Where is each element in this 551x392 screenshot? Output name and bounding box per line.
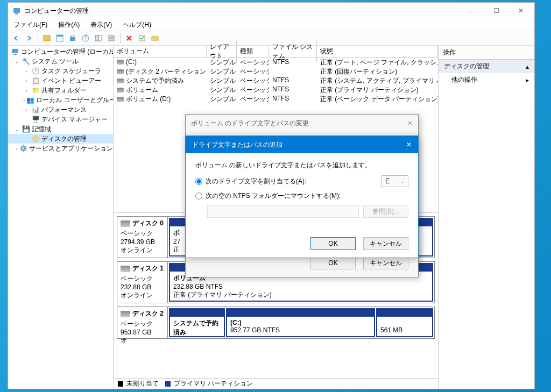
- chevron-right-icon: ▸: [526, 76, 529, 84]
- tree-storage[interactable]: ⌄💾記憶域: [8, 124, 113, 134]
- drive-icon: [117, 79, 124, 83]
- tree-item[interactable]: ›👥ローカル ユーザーとグループ: [8, 95, 113, 105]
- actions-disk-mgmt[interactable]: ディスクの管理▴: [439, 60, 534, 73]
- radio-input[interactable]: [195, 193, 202, 199]
- tb-icon[interactable]: [105, 32, 117, 44]
- services-icon: ⚙️: [19, 144, 27, 153]
- chevron-up-icon: ▴: [526, 63, 529, 70]
- add-drive-letter-dialog: ドライブ文字またはパスの追加 ✕ ボリューム の新しいドライブ文字またはパスを追…: [185, 136, 419, 258]
- svg-rect-13: [152, 37, 158, 40]
- partition[interactable]: (C:) 952.77 GB NTFS: [226, 308, 375, 337]
- tree-item[interactable]: ›📋イベント ビューアー: [8, 76, 113, 85]
- cancel-button[interactable]: キャンセル: [363, 237, 408, 250]
- maximize-button[interactable]: ☐: [484, 3, 508, 19]
- volume-row[interactable]: ボリュームシンプルベーシックNTFS正常 (プライマリ パーティション): [114, 85, 438, 94]
- forward-button[interactable]: [23, 32, 35, 44]
- ok-button[interactable]: OK: [310, 237, 356, 250]
- folder-icon: 📁: [31, 86, 40, 95]
- tb-icon[interactable]: [149, 32, 161, 44]
- tree-item[interactable]: ›📁共有フォルダー: [8, 85, 113, 95]
- drive-icon: [117, 69, 124, 74]
- disk-icon: [121, 220, 130, 227]
- expand-icon[interactable]: ›: [23, 107, 30, 113]
- tb-icon[interactable]: [41, 32, 53, 44]
- cancel-button[interactable]: キャンセル: [363, 256, 408, 269]
- svg-text:?: ?: [84, 34, 88, 42]
- event-icon: 📋: [31, 76, 40, 85]
- radio-input[interactable]: [195, 178, 202, 185]
- minimize-button[interactable]: ─: [459, 3, 484, 19]
- expand-icon[interactable]: ›: [16, 146, 18, 152]
- svg-rect-8: [95, 35, 98, 41]
- disk-icon: 📀: [31, 134, 40, 143]
- drive-icon: [117, 97, 124, 102]
- expand-icon[interactable]: ›: [23, 78, 30, 84]
- svg-rect-10: [109, 35, 114, 38]
- svg-rect-0: [13, 8, 20, 13]
- close-button[interactable]: ✕: [508, 3, 533, 19]
- svg-rect-14: [12, 49, 18, 53]
- tb-icon[interactable]: [93, 32, 104, 44]
- partition[interactable]: システムで予約済み 559 MB NTFS: [169, 308, 225, 337]
- tree-disk-mgmt[interactable]: 📀ディスクの管理: [8, 134, 113, 144]
- chevron-down-icon: ⌄: [400, 179, 405, 184]
- col-status[interactable]: 状態: [317, 46, 438, 57]
- disk-info: ディスク 1 ベーシック 232.88 GB オンライン: [117, 262, 168, 303]
- radio-mount-folder[interactable]: 次の空の NTFS フォルダーにマウントする(M):: [195, 191, 408, 201]
- actions-panel: 操作 ディスクの管理▴ 他の操作▸: [439, 46, 534, 389]
- tree-panel: コンピューターの管理 (ローカル) ⌄🔧システム ツール ›🕐タスク スケジュー…: [8, 46, 114, 389]
- volume-row[interactable]: (C:)シンプルベーシックNTFS正常 (ブート, ページ ファイル, クラッシ…: [114, 58, 438, 67]
- delete-icon[interactable]: [123, 32, 135, 44]
- close-icon[interactable]: ✕: [407, 119, 413, 127]
- mount-path-input: [207, 205, 359, 218]
- app-icon: [12, 6, 21, 15]
- svg-rect-2: [44, 35, 50, 41]
- partition[interactable]: 561 MB: [376, 308, 433, 337]
- drive-letter-select[interactable]: E ⌄: [382, 175, 408, 187]
- actions-other[interactable]: 他の操作▸: [439, 73, 534, 87]
- menu-file[interactable]: ファイル(F): [11, 19, 50, 31]
- computer-icon: [11, 47, 19, 56]
- menu-help[interactable]: ヘルプ(H): [121, 19, 153, 31]
- collapse-icon[interactable]: ⌄: [13, 59, 20, 65]
- volume-row[interactable]: (ディスク 2 パーティション 3)シンプルベーシック正常 (回復パーティション…: [114, 67, 438, 76]
- close-icon[interactable]: ✕: [406, 141, 412, 148]
- titlebar[interactable]: コンピューターの管理 ─ ☐ ✕: [8, 3, 534, 19]
- disk-icon: [121, 311, 130, 317]
- perf-icon: 📊: [31, 105, 40, 114]
- col-type[interactable]: 種類: [237, 46, 269, 57]
- dialog-titlebar[interactable]: ドライブ文字またはパスの追加 ✕: [186, 136, 418, 153]
- tree-item[interactable]: ›📊パフォーマンス: [8, 105, 113, 115]
- browse-button: 参照(B)...: [363, 205, 408, 218]
- tb-icon[interactable]: [67, 32, 79, 44]
- tb-icon[interactable]: [136, 32, 148, 44]
- back-button[interactable]: [10, 32, 22, 44]
- svg-rect-4: [56, 35, 63, 37]
- volume-row[interactable]: ボリューム (D:)シンプルベーシックNTFS正常 (ベーシック データ パーテ…: [114, 94, 438, 103]
- col-volume[interactable]: ボリューム: [114, 46, 207, 57]
- disk-row[interactable]: ディスク 2 ベーシック 953.87 GB オ システムで予約済み 559 M…: [117, 307, 435, 339]
- tb-icon[interactable]: [54, 32, 66, 44]
- ok-button[interactable]: OK: [310, 256, 356, 269]
- volume-row[interactable]: システムで予約済みシンプルベーシックNTFS正常 (システム, アクティブ, プ…: [114, 76, 438, 85]
- window-title: コンピューターの管理: [24, 6, 89, 16]
- radio-assign-letter[interactable]: 次のドライブ文字を割り当てる(A): E ⌄: [195, 175, 408, 187]
- dialog-message: ボリューム の新しいドライブ文字またはパスを追加します。: [195, 161, 408, 170]
- tree-root[interactable]: コンピューターの管理 (ローカル): [8, 47, 113, 56]
- dialog-titlebar[interactable]: ボリューム のドライブ文字とパスの変更 ✕: [186, 115, 418, 132]
- svg-rect-1: [15, 13, 18, 15]
- tree-item[interactable]: ›🕐タスク スケジューラ: [8, 66, 113, 76]
- menu-view[interactable]: 表示(V): [88, 19, 114, 31]
- help-icon[interactable]: ?: [80, 32, 91, 44]
- collapse-icon[interactable]: ⌄: [13, 126, 20, 132]
- tree-item[interactable]: 🖥️デバイス マネージャー: [8, 115, 113, 124]
- tree-services[interactable]: ›⚙️サービスとアプリケーション: [8, 144, 113, 153]
- tree-system-tools[interactable]: ⌄🔧システム ツール: [8, 56, 113, 66]
- drive-icon: [117, 60, 124, 65]
- menu-action[interactable]: 操作(A): [56, 19, 82, 31]
- svg-rect-9: [98, 35, 102, 41]
- expand-icon[interactable]: ›: [23, 97, 25, 103]
- expand-icon[interactable]: ›: [23, 68, 30, 74]
- disk-info: ディスク 0 ベーシック 2794.39 GB オンライン: [117, 217, 168, 258]
- expand-icon[interactable]: ›: [23, 88, 30, 94]
